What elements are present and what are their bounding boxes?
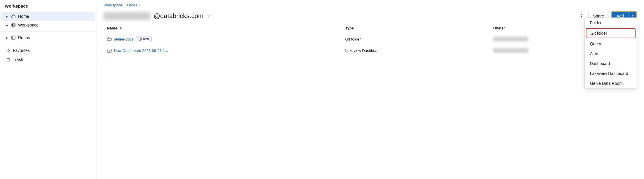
row1-tag-label: test — [143, 37, 149, 41]
dropdown-item-git-folder[interactable]: Git folder — [586, 28, 636, 38]
svg-rect-12 — [107, 38, 111, 41]
user-name-blurred — [103, 12, 150, 20]
chevron-right-icon: ▶ — [6, 24, 8, 27]
content-header: @databricks.com ☆ ⋮ Share Add — [96, 10, 644, 24]
email-domain: @databricks.com — [154, 12, 203, 20]
sidebar-item-repos-label: Repos — [18, 35, 30, 40]
dashboard-icon — [107, 48, 112, 53]
repos-icon — [11, 35, 16, 40]
svg-rect-2 — [14, 24, 15, 26]
sidebar-item-favorites[interactable]: Favorites — [1, 46, 95, 55]
row2-type: Lakeview Dashboa... — [342, 45, 490, 56]
sidebar-item-repos[interactable]: ▶ Repos — [1, 33, 95, 42]
row1-owner-blur — [493, 37, 528, 41]
files-table: Name ⇅ Type Owner — [103, 24, 637, 56]
sidebar-item-workspace-label: Workspace — [18, 23, 39, 27]
row1-file-link[interactable]: atelier-docs — [114, 37, 134, 41]
table-area: Name ⇅ Type Owner — [96, 24, 644, 179]
dropdown-folder-label: Folder — [590, 20, 602, 25]
trash-icon — [6, 57, 11, 62]
dropdown-item-genie-data-room[interactable]: Genie Data Room — [585, 78, 637, 88]
row2-file-link[interactable]: New Dashboard 2023-09-28 1... — [114, 48, 168, 53]
dropdown-item-lakeview-dashboard[interactable]: Lakeview Dashboard — [585, 69, 637, 78]
git-folder-icon — [107, 37, 112, 42]
dropdown-item-query[interactable]: Query — [585, 39, 637, 49]
sidebar-item-home-label: Home — [18, 14, 29, 19]
favorite-star-icon[interactable]: ☆ — [207, 13, 212, 19]
row1-tag-badge: test — [136, 36, 151, 42]
svg-point-14 — [140, 38, 141, 40]
svg-rect-7 — [7, 59, 9, 61]
col-header-name[interactable]: Name ⇅ — [103, 24, 342, 33]
breadcrumb-sep-2: › — [139, 3, 140, 7]
dropdown-genie-label: Genie Data Room — [590, 81, 623, 86]
chevron-right-icon: ▶ — [6, 36, 8, 39]
sidebar-item-trash[interactable]: Trash — [1, 55, 95, 64]
dropdown-query-label: Query — [590, 41, 601, 46]
row2-owner-blur — [493, 48, 528, 53]
dropdown-lakeview-label: Lakeview Dashboard — [590, 71, 628, 76]
col-name-label: Name — [107, 26, 117, 30]
breadcrumb: Workspace › Users › — [96, 0, 644, 10]
dropdown-git-folder-label: Git folder — [591, 31, 607, 36]
sidebar-divider-2 — [0, 44, 96, 44]
main-content: Workspace › Users › @databricks.com ☆ ⋮ … — [96, 0, 644, 179]
workspace-icon — [11, 23, 16, 27]
dropdown-dashboard-label: Dashboard — [590, 61, 610, 66]
star-icon — [6, 48, 11, 53]
dropdown-alert-label: Alert — [590, 51, 598, 56]
svg-marker-6 — [6, 49, 10, 52]
row2-name-cell: New Dashboard 2023-09-28 1... — [103, 45, 342, 56]
col-header-type[interactable]: Type — [342, 24, 490, 33]
dropdown-item-dashboard[interactable]: Dashboard — [585, 59, 637, 69]
sidebar-item-workspace[interactable]: ▶ Workspace — [1, 21, 95, 29]
row1-name-cell: atelier-docs test — [103, 33, 342, 45]
sidebar-title: Workspace — [0, 3, 96, 12]
home-icon — [11, 14, 16, 19]
svg-marker-11 — [632, 15, 633, 17]
svg-rect-3 — [12, 36, 15, 39]
table-row: atelier-docs test Git folder — [103, 33, 637, 45]
breadcrumb-users[interactable]: Users — [127, 3, 137, 7]
svg-rect-1 — [12, 24, 13, 26]
sort-icon: ⇅ — [120, 27, 122, 30]
sidebar-divider-1 — [0, 31, 96, 31]
dropdown-item-folder[interactable]: Folder — [585, 18, 637, 28]
dropdown-item-alert[interactable]: Alert — [585, 49, 637, 59]
table-row: New Dashboard 2023-09-28 1... Lakeview D… — [103, 45, 637, 56]
breadcrumb-sep-1: › — [124, 3, 125, 7]
breadcrumb-workspace[interactable]: Workspace — [103, 3, 122, 7]
sidebar-item-trash-label: Trash — [13, 57, 23, 62]
sidebar-item-home[interactable]: ▶ Home — [1, 12, 95, 21]
sidebar-item-favorites-label: Favorites — [13, 48, 30, 53]
sidebar: Workspace ▶ Home ▶ Workspace ▶ — [0, 0, 96, 179]
add-dropdown-menu: Folder Git folder Query Alert Dashboard … — [584, 17, 637, 89]
chevron-right-icon: ▶ — [6, 15, 8, 18]
row1-type: Git folder — [342, 33, 490, 45]
